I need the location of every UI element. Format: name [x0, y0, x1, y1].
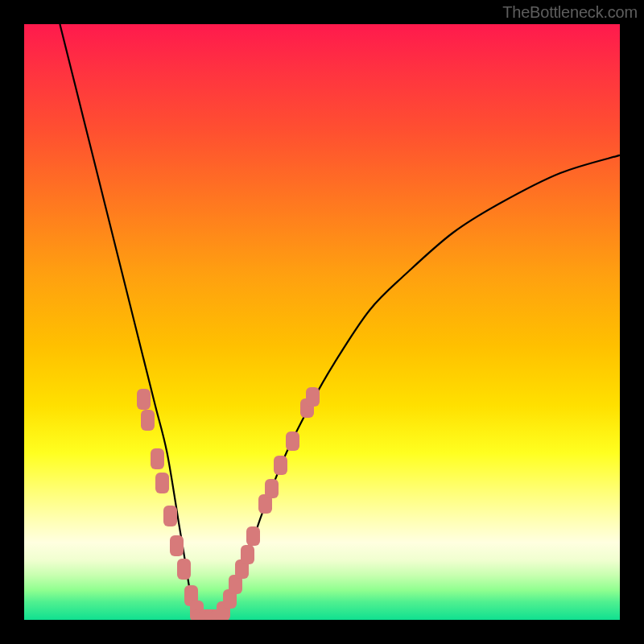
- data-dot: [137, 389, 151, 410]
- chart-frame: TheBottleneck.com: [0, 0, 644, 644]
- data-dot: [241, 545, 254, 564]
- watermark-text: TheBottleneck.com: [502, 3, 638, 22]
- data-dot: [306, 387, 320, 407]
- curve-svg: [24, 24, 620, 620]
- data-dot: [265, 479, 279, 498]
- data-dot: [286, 431, 299, 451]
- data-dot: [177, 559, 191, 580]
- data-dot: [274, 456, 287, 475]
- data-dot: [163, 506, 177, 526]
- data-dot: [170, 535, 184, 556]
- data-dot: [141, 410, 155, 431]
- data-dot: [246, 526, 260, 546]
- data-dot: [155, 473, 169, 493]
- bottleneck-curve-path: [60, 24, 620, 620]
- data-dot: [151, 448, 164, 469]
- plot-area: [24, 24, 620, 620]
